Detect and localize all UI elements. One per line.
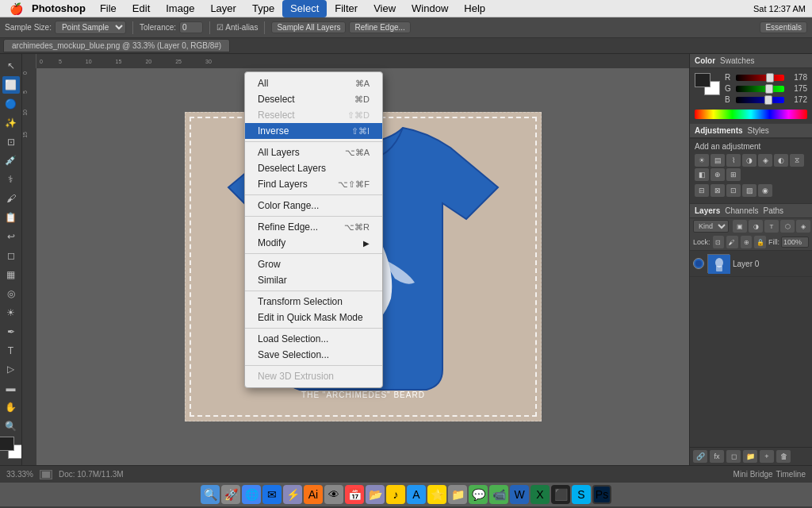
menu-window[interactable]: Window — [404, 0, 456, 17]
messages-icon[interactable]: 💬 — [469, 485, 488, 504]
mail-icon[interactable]: ✉ — [262, 485, 282, 504]
menu-image[interactable]: Image — [158, 0, 202, 17]
launchpad-icon[interactable]: 🚀 — [221, 485, 240, 504]
hue-saturation-adj[interactable]: ◐ — [774, 154, 788, 167]
app-store-icon[interactable]: A — [407, 485, 426, 504]
preview-icon[interactable]: 👁 — [324, 485, 343, 504]
menu-view[interactable]: View — [366, 0, 404, 17]
menu-item-edit-quick-mask[interactable]: Edit in Quick Mask Mode — [245, 310, 382, 325]
spot-heal-tool[interactable]: ⚕ — [2, 171, 20, 188]
folder-icon[interactable]: 📁 — [448, 485, 467, 504]
menu-layer[interactable]: Layer — [202, 0, 244, 17]
zoom-indicator[interactable] — [40, 470, 52, 479]
timeline-tab[interactable]: Timeline — [776, 470, 806, 479]
mini-bridge-tab[interactable]: Mini Bridge — [733, 470, 773, 479]
itunes-icon[interactable]: ♪ — [386, 485, 405, 504]
shape-filter-btn[interactable]: ⬡ — [780, 220, 795, 233]
apple-menu[interactable]: 🍎 — [0, 2, 32, 15]
menu-item-load-selection[interactable]: Load Selection... — [245, 331, 382, 347]
essentials-btn[interactable]: Essentials — [760, 21, 807, 33]
crop-tool[interactable]: ⊡ — [2, 133, 20, 151]
menu-edit[interactable]: Edit — [124, 0, 158, 17]
lasso-tool[interactable]: 🔵 — [2, 95, 20, 113]
link-layers-btn[interactable]: 🔗 — [693, 450, 707, 463]
hand-tool[interactable]: ✋ — [2, 398, 20, 416]
menu-item-grow[interactable]: Grow — [245, 256, 382, 272]
layers-tab[interactable]: Layers — [695, 206, 720, 215]
blur-tool[interactable]: ◎ — [2, 285, 20, 302]
pen-tool[interactable]: ✒ — [2, 323, 20, 341]
brightness-contrast-adj[interactable]: ☀ — [695, 154, 709, 167]
channel-mixer-adj[interactable]: ⊞ — [726, 168, 741, 181]
finder2-icon[interactable]: 📂 — [366, 485, 385, 504]
tolerance-input[interactable] — [179, 21, 203, 33]
refine-edge-btn[interactable]: Refine Edge... — [349, 21, 410, 33]
menu-item-modify[interactable]: Modify ▶ — [245, 235, 382, 251]
type-filter-btn[interactable]: T — [764, 220, 779, 233]
styles-tab[interactable]: Styles — [748, 126, 769, 135]
adjustments-tab[interactable]: Adjustments — [695, 126, 743, 135]
channels-tab[interactable]: Channels — [725, 206, 758, 215]
brush-tool[interactable]: 🖌 — [2, 190, 20, 207]
curves-adj[interactable]: ⌇ — [726, 154, 741, 167]
pixel-filter-btn[interactable]: ▣ — [733, 220, 747, 233]
menu-item-transform-selection[interactable]: Transform Selection — [245, 294, 382, 310]
torrent-icon[interactable]: ⚡ — [283, 485, 302, 504]
eyedropper-tool[interactable]: 💉 — [2, 152, 20, 170]
fill-input[interactable] — [781, 237, 809, 248]
smart-filter-btn[interactable]: ◈ — [796, 220, 810, 233]
menu-type[interactable]: Type — [244, 0, 282, 17]
paths-tab[interactable]: Paths — [764, 206, 784, 215]
terminal-icon[interactable]: ⬛ — [551, 485, 570, 504]
lock-all-btn[interactable]: 🔒 — [754, 236, 766, 248]
color-balance-adj[interactable]: ⧖ — [790, 154, 804, 167]
shape-tool[interactable]: ▬ — [2, 379, 20, 397]
file-tab[interactable]: archimedes_mockup_blue.png @ 33.3% (Laye… — [3, 39, 230, 52]
dodge-tool[interactable]: ☀ — [2, 304, 20, 321]
adj-filter-btn[interactable]: ◑ — [749, 220, 763, 233]
swatches-tab[interactable]: Swatches — [720, 56, 754, 65]
history-tool[interactable]: ↩ — [2, 228, 20, 245]
zoom-tool[interactable]: 🔍 — [2, 418, 20, 435]
levels-adj[interactable]: ▤ — [710, 154, 725, 167]
delete-layer-btn[interactable]: 🗑 — [776, 450, 791, 463]
posterize-adj[interactable]: ⊠ — [710, 184, 725, 197]
eraser-tool[interactable]: ◻ — [2, 247, 20, 264]
path-select-tool[interactable]: ▷ — [2, 361, 20, 379]
menu-item-inverse[interactable]: Inverse ⇧⌘I — [245, 123, 382, 139]
new-layer-btn[interactable]: + — [760, 450, 774, 463]
kind-filter-select[interactable]: Kind — [693, 220, 729, 233]
gradient-map-adj[interactable]: ▨ — [742, 184, 756, 197]
word-icon[interactable]: W — [510, 485, 529, 504]
menu-item-refine-edge[interactable]: Refine Edge... ⌥⌘R — [245, 219, 382, 235]
finder-icon[interactable]: 🔍 — [201, 485, 220, 504]
illustrator-icon[interactable]: Ai — [304, 485, 323, 504]
black-white-adj[interactable]: ◧ — [695, 168, 709, 181]
layer-visibility-toggle[interactable] — [693, 258, 704, 269]
menu-item-all[interactable]: All ⌘A — [245, 75, 382, 91]
lock-position-btn[interactable]: ⊕ — [741, 236, 753, 248]
fg-color-box[interactable] — [695, 73, 710, 87]
gradient-tool[interactable]: ▦ — [2, 266, 20, 283]
menu-item-similar[interactable]: Similar — [245, 272, 382, 288]
chrome-icon[interactable]: 🌐 — [242, 485, 261, 504]
menu-select[interactable]: Select — [282, 0, 327, 17]
star-icon[interactable]: ⭐ — [427, 485, 446, 504]
lock-transparent-btn[interactable]: ⊡ — [713, 236, 725, 248]
marquee-tool[interactable]: ⬜ — [2, 76, 20, 94]
foreground-color-swatch[interactable] — [0, 437, 14, 451]
layer-item-0[interactable]: Layer 0 — [690, 251, 812, 277]
add-mask-btn[interactable]: ◻ — [726, 450, 741, 463]
excel-icon[interactable]: X — [530, 485, 550, 504]
add-style-btn[interactable]: fx — [710, 450, 724, 463]
fg-bg-swatch[interactable] — [0, 437, 22, 462]
menu-item-color-range[interactable]: Color Range... — [245, 198, 382, 214]
threshold-adj[interactable]: ⊡ — [726, 184, 741, 197]
magic-wand-tool[interactable]: ✨ — [2, 114, 20, 132]
lock-image-btn[interactable]: 🖌 — [726, 236, 738, 248]
color-fg-bg[interactable] — [695, 73, 720, 95]
text-tool[interactable]: T — [2, 342, 20, 360]
photo-filter-adj[interactable]: ⊕ — [710, 168, 725, 181]
sample-all-layers-btn[interactable]: Sample All Layers — [271, 21, 346, 33]
exposure-adj[interactable]: ◑ — [742, 154, 756, 167]
